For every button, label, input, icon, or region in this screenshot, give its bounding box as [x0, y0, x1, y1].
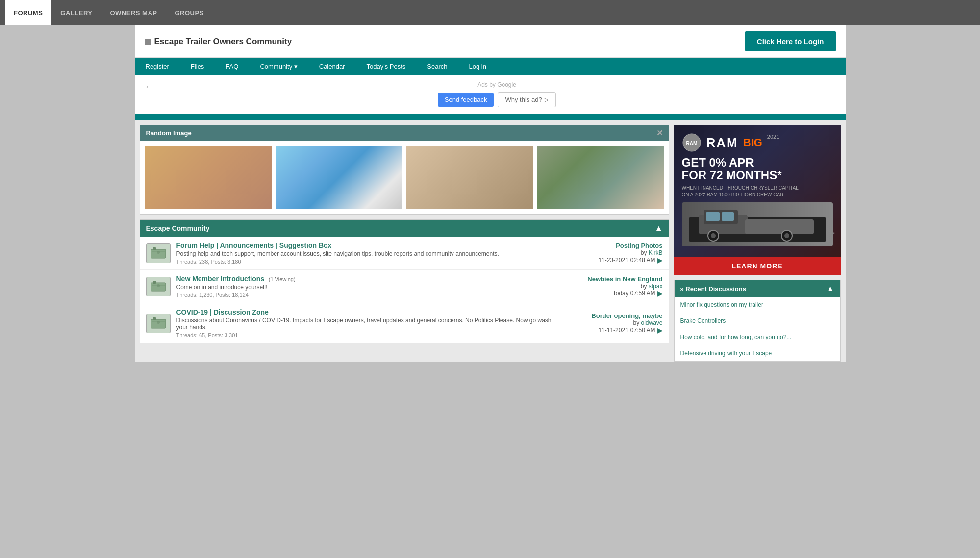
- ad-content: Ads by Google Send feedback Why this ad?…: [158, 81, 836, 107]
- nav-community[interactable]: Community ▾: [249, 58, 308, 75]
- last-post-date-2: Today 07:59 AM ▶: [565, 290, 663, 297]
- nav-search[interactable]: Search: [416, 58, 458, 75]
- ads-by-google-label: Ads by Google: [477, 81, 516, 88]
- forum-desc-1: Posting help and tech support, member ac…: [176, 250, 559, 257]
- ram-year-text: 2021: [767, 134, 779, 140]
- nav-calendar[interactable]: Calendar: [308, 58, 356, 75]
- nav-register[interactable]: Register: [135, 58, 180, 75]
- last-post-title-2[interactable]: Newbies in New England: [587, 275, 662, 283]
- forum-title-3[interactable]: COVID-19 | Discussion Zone: [176, 308, 269, 316]
- forum-icon-1: [146, 243, 171, 263]
- last-post-by-1: by KirkB: [565, 249, 663, 256]
- forum-section: Escape Community Forum Help |: [140, 219, 669, 343]
- last-post-user-3[interactable]: oldwave: [641, 319, 662, 326]
- sidebar: ✕ ▶ ✕ RAM RAM BIG 2021 GET 0% APR F: [674, 125, 841, 362]
- post-arrow-icon-2[interactable]: ▶: [657, 290, 663, 297]
- forum-section-header: Escape Community: [140, 220, 669, 237]
- svg-point-21: [784, 233, 789, 238]
- last-post-date-3: 11-11-2021 07:50 AM ▶: [565, 326, 663, 334]
- close-icon[interactable]: ✕: [656, 128, 663, 138]
- forum-row: New Member Introductions (1 Viewing) Com…: [140, 270, 669, 303]
- recent-discussions-title: Recent Discussions: [680, 285, 746, 292]
- svg-point-19: [711, 233, 716, 238]
- svg-point-3: [157, 251, 160, 254]
- post-arrow-icon-1[interactable]: ▶: [657, 256, 663, 264]
- recent-disc-item-4[interactable]: Defensive driving with your Escape: [675, 345, 840, 361]
- svg-rect-22: [706, 212, 720, 221]
- ram-legal-text: Legal: [826, 230, 836, 235]
- nav-login[interactable]: Log in: [458, 58, 497, 75]
- site-title-text: Escape Trailer Owners Community: [154, 37, 292, 47]
- why-this-ad-button[interactable]: Why this ad? ▷: [498, 92, 556, 107]
- recent-discussions-collapse-icon[interactable]: [827, 284, 834, 293]
- content-area: Random Image ✕ Escape Community: [135, 120, 846, 362]
- last-post-title-3[interactable]: Border opening, maybe: [591, 312, 662, 319]
- secondary-nav: Register Files FAQ Community ▾ Calendar …: [135, 58, 846, 75]
- ram-detail: WHEN FINANCED THROUGH CHRYSLER CAPITAL O…: [682, 185, 833, 198]
- svg-rect-23: [722, 212, 734, 221]
- forum-info-3: COVID-19 | Discussion Zone Discussions a…: [176, 308, 559, 338]
- random-image-header: Random Image ✕: [140, 125, 669, 141]
- site-title: Escape Trailer Owners Community: [145, 37, 292, 47]
- nav-tab-gallery[interactable]: GALLERY: [51, 0, 101, 25]
- forum-last-post-1: Posting Photos by KirkB 11-23-2021 02:48…: [565, 242, 663, 264]
- ram-logo-icon: RAM: [682, 133, 702, 152]
- recent-discussions-header: Recent Discussions: [675, 280, 840, 297]
- random-image-2[interactable]: [276, 146, 402, 209]
- nav-files[interactable]: Files: [180, 58, 215, 75]
- random-image-4[interactable]: [537, 146, 664, 209]
- nav-tab-owners-map[interactable]: OWNERS MAP: [101, 0, 166, 25]
- last-post-title-1[interactable]: Posting Photos: [616, 242, 662, 249]
- last-post-user-2[interactable]: stpax: [649, 283, 663, 290]
- random-images-grid: [140, 141, 669, 214]
- forum-title-2[interactable]: New Member Introductions: [176, 275, 265, 283]
- random-image-title: Random Image: [146, 129, 192, 137]
- ad-back-arrow-icon[interactable]: ←: [145, 80, 153, 92]
- svg-rect-9: [153, 317, 156, 320]
- ram-truck-image: [682, 202, 833, 246]
- send-feedback-button[interactable]: Send feedback: [438, 93, 494, 107]
- svg-rect-5: [153, 281, 156, 284]
- forum-icon-3: [146, 314, 171, 333]
- recent-disc-item-2[interactable]: Brake Controllers: [675, 313, 840, 329]
- nav-tab-groups[interactable]: GROUPS: [166, 0, 212, 25]
- random-image-box: Random Image ✕: [140, 125, 669, 215]
- nav-tab-forums[interactable]: FORUMS: [5, 0, 51, 25]
- svg-point-11: [157, 321, 160, 324]
- last-post-by-3: by oldwave: [565, 319, 663, 326]
- sidebar-advertisement: ✕ ▶ ✕ RAM RAM BIG 2021 GET 0% APR F: [674, 125, 841, 275]
- ram-ad-content: RAM RAM BIG 2021 GET 0% APR FOR 72 MONTH…: [674, 125, 841, 257]
- forum-desc-2: Come on in and introduce yourself!: [176, 284, 559, 291]
- forum-desc-3: Discussions about Coronavirus / COVID-19…: [176, 317, 559, 331]
- ram-logo: RAM RAM BIG 2021: [682, 133, 833, 152]
- collapse-icon[interactable]: [655, 224, 663, 233]
- nav-todays-posts[interactable]: Today's Posts: [356, 58, 417, 75]
- recent-disc-item-1[interactable]: Minor fix questions on my trailer: [675, 297, 840, 313]
- forum-info-2: New Member Introductions (1 Viewing) Com…: [176, 275, 559, 298]
- post-arrow-icon-3[interactable]: ▶: [657, 326, 663, 334]
- site-logo-icon: [145, 39, 151, 45]
- svg-rect-1: [153, 247, 156, 250]
- viewing-badge: (1 Viewing): [269, 276, 296, 282]
- ram-big-text: BIG: [743, 136, 762, 149]
- svg-text:RAM: RAM: [686, 141, 697, 146]
- teal-divider: [135, 114, 846, 120]
- last-post-user-1[interactable]: KirkB: [649, 249, 663, 256]
- login-button[interactable]: Click Here to Login: [745, 31, 836, 51]
- main-column: Random Image ✕ Escape Community: [140, 125, 669, 348]
- forum-stats-2: Threads: 1,230, Posts: 18,124: [176, 292, 559, 298]
- escape-community-title[interactable]: Escape Community: [146, 224, 210, 232]
- top-navigation: FORUMS GALLERY OWNERS MAP GROUPS: [0, 0, 980, 25]
- forum-last-post-2: Newbies in New England by stpax Today 07…: [565, 275, 663, 297]
- forum-title-1[interactable]: Forum Help | Announcements | Suggestion …: [176, 242, 332, 249]
- forum-info-1: Forum Help | Announcements | Suggestion …: [176, 242, 559, 265]
- random-image-1[interactable]: [145, 146, 272, 209]
- svg-point-7: [157, 284, 160, 287]
- ram-brand-text: RAM: [706, 135, 738, 150]
- recent-disc-item-3[interactable]: How cold, and for how long, can you go?.…: [675, 329, 840, 345]
- nav-faq[interactable]: FAQ: [215, 58, 249, 75]
- ram-offer: GET 0% APR FOR 72 MONTHS*: [682, 156, 833, 182]
- ram-learn-more-button[interactable]: LEARN MORE: [674, 257, 841, 275]
- last-post-by-2: by stpax: [565, 283, 663, 290]
- random-image-3[interactable]: [406, 146, 533, 209]
